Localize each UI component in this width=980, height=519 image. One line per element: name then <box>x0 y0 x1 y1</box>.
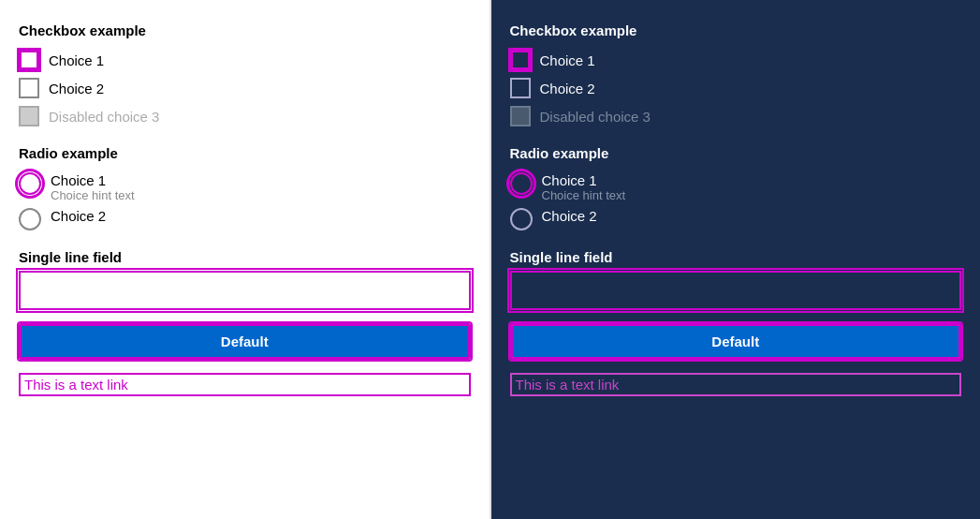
radio-hint-choice1-dark: Choice hint text <box>542 188 626 202</box>
radio-group-dark: Choice 1 Choice hint text Choice 2 <box>510 172 962 230</box>
checkbox-choice3-dark: Disabled choice 3 <box>510 106 962 126</box>
light-panel: Checkbox example Choice 1 Choice 2 Disab… <box>0 0 490 519</box>
checkbox-group-dark: Choice 1 Choice 2 Disabled choice 3 <box>510 50 962 126</box>
radio-circle-choice2-light <box>19 208 41 230</box>
field-section-light: Single line field <box>19 249 471 310</box>
dark-panel: Checkbox example Choice 1 Choice 2 Disab… <box>491 0 981 519</box>
checkbox-box-choice3-light <box>19 106 39 126</box>
checkbox-box-choice1-light <box>19 50 39 70</box>
text-link-dark[interactable]: This is a text link <box>510 373 962 396</box>
checkbox-box-choice2-light <box>19 78 39 98</box>
radio-label-choice1-light: Choice 1 <box>51 172 135 188</box>
checkbox-label-choice2-dark: Choice 2 <box>540 81 595 96</box>
radio-label-group-choice1-light: Choice 1 Choice hint text <box>51 172 135 202</box>
text-link-light[interactable]: This is a text link <box>19 373 471 396</box>
radio-choice1-light[interactable]: Choice 1 Choice hint text <box>19 172 471 202</box>
default-button-dark[interactable]: Default <box>510 323 962 360</box>
radio-label-group-choice1-dark: Choice 1 Choice hint text <box>542 172 626 202</box>
checkbox-choice1-dark[interactable]: Choice 1 <box>510 50 962 70</box>
field-section-dark: Single line field <box>510 249 962 310</box>
checkbox-group-light: Choice 1 Choice 2 Disabled choice 3 <box>19 50 471 126</box>
radio-circle-choice1-dark <box>510 172 533 195</box>
radio-choice2-dark[interactable]: Choice 2 <box>510 208 962 230</box>
radio-label-choice1-dark: Choice 1 <box>542 172 626 188</box>
field-label-light: Single line field <box>19 249 471 265</box>
default-button-light[interactable]: Default <box>19 323 471 360</box>
radio-choice1-dark[interactable]: Choice 1 Choice hint text <box>510 172 962 202</box>
checkbox-box-choice1-dark <box>510 50 531 70</box>
text-input-light[interactable] <box>19 271 471 310</box>
checkbox-choice2-light[interactable]: Choice 2 <box>19 78 471 98</box>
checkbox-label-choice1-dark: Choice 1 <box>540 52 595 68</box>
radio-group-light: Choice 1 Choice hint text Choice 2 <box>19 172 471 230</box>
radio-circle-choice2-dark <box>510 208 533 230</box>
checkbox-box-choice3-dark <box>510 106 531 126</box>
checkbox-label-choice1-light: Choice 1 <box>49 52 104 68</box>
checkbox-label-choice3-dark: Disabled choice 3 <box>540 109 651 125</box>
checkbox-choice1-light[interactable]: Choice 1 <box>19 50 471 70</box>
checkbox-label-choice3-light: Disabled choice 3 <box>49 109 159 125</box>
text-input-dark[interactable] <box>510 271 962 310</box>
checkbox-section-title-light: Checkbox example <box>19 22 471 38</box>
radio-section-title-light: Radio example <box>19 145 471 161</box>
checkbox-label-choice2-light: Choice 2 <box>49 81 104 96</box>
radio-hint-choice1-light: Choice hint text <box>51 188 135 202</box>
radio-section-title-dark: Radio example <box>510 145 962 161</box>
radio-label-group-choice2-light: Choice 2 <box>51 208 106 224</box>
checkbox-choice3-light: Disabled choice 3 <box>19 106 471 126</box>
checkbox-box-choice2-dark <box>510 78 531 98</box>
field-label-dark: Single line field <box>510 249 962 265</box>
radio-label-choice2-light: Choice 2 <box>51 208 106 224</box>
checkbox-section-title-dark: Checkbox example <box>510 22 962 38</box>
radio-choice2-light[interactable]: Choice 2 <box>19 208 471 230</box>
checkbox-choice2-dark[interactable]: Choice 2 <box>510 78 962 98</box>
radio-circle-choice1-light <box>19 172 41 195</box>
radio-label-choice2-dark: Choice 2 <box>542 208 597 224</box>
radio-label-group-choice2-dark: Choice 2 <box>542 208 597 224</box>
